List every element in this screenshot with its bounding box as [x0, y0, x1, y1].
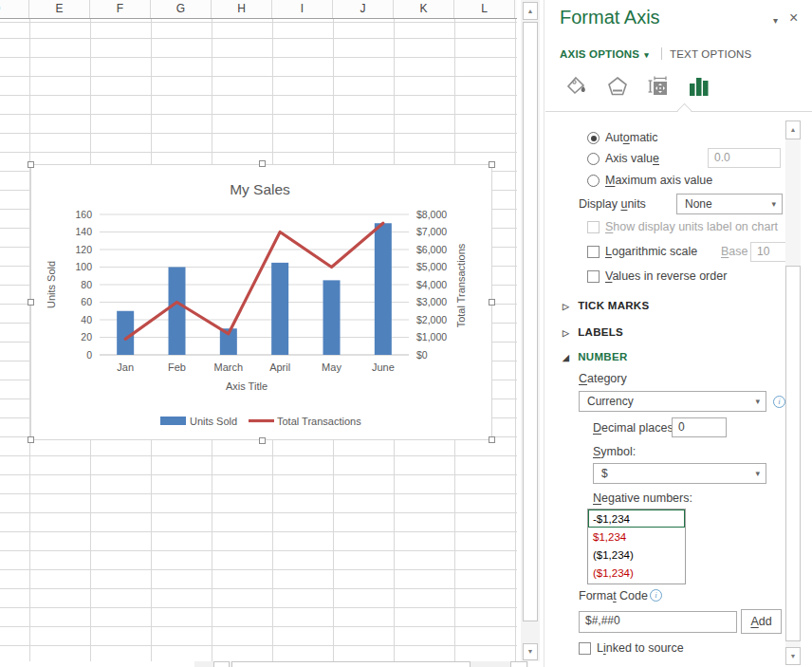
negative-format-option[interactable]: -$1,234 — [588, 510, 685, 528]
left-axis-tick: 60 — [81, 296, 92, 307]
column-header-F[interactable]: F — [90, 0, 151, 18]
right-axis-tick[interactable]: $6,000 — [416, 244, 447, 255]
x-axis-label[interactable]: Feb — [168, 361, 186, 373]
radio-maximum-label[interactable]: Maximum axis value — [605, 174, 712, 187]
column-header-G[interactable]: G — [151, 0, 212, 18]
legend-swatch-bar[interactable] — [160, 417, 186, 425]
bar-Feb[interactable] — [169, 268, 186, 356]
logarithmic-scale-checkbox[interactable] — [587, 246, 600, 258]
reverse-order-label[interactable]: Values in reverse order — [605, 269, 727, 283]
chart-resize-handle[interactable] — [489, 161, 495, 168]
right-axis-tick[interactable]: $4,000 — [416, 279, 447, 290]
scroll-up-icon[interactable]: ▲ — [785, 120, 801, 139]
display-units-dropdown[interactable]: None▾ — [676, 194, 783, 214]
right-axis-tick[interactable]: $2,000 — [416, 314, 447, 325]
base-label: Base — [721, 245, 748, 258]
right-axis-title[interactable]: Total Transactions — [455, 243, 467, 327]
axis-value-input[interactable]: 0.0 — [708, 148, 781, 168]
column-header-L[interactable]: L — [454, 0, 515, 18]
radio-maximum-axis-value[interactable] — [587, 175, 600, 187]
bar-Jan[interactable] — [117, 311, 134, 355]
axis-options-icon[interactable] — [687, 74, 711, 99]
radio-axis-value[interactable] — [587, 153, 600, 165]
left-axis-title[interactable]: Units Sold — [46, 261, 57, 308]
info-icon[interactable]: i — [773, 396, 785, 408]
x-axis-label[interactable]: May — [322, 361, 341, 373]
column-header-H[interactable]: H — [212, 0, 272, 18]
right-axis-tick[interactable]: $0 — [416, 349, 428, 361]
tab-text-options[interactable]: TEXT OPTIONS — [670, 48, 752, 60]
scroll-down-icon[interactable]: ▼ — [785, 647, 801, 665]
scroll-right-button[interactable] — [510, 661, 527, 667]
tab-axis-options[interactable]: AXIS OPTIONS▾ — [560, 48, 649, 60]
decimal-places-input[interactable]: 0 — [672, 417, 727, 437]
chart-resize-handle[interactable] — [28, 299, 34, 306]
sales-chart[interactable]: 020406080100120140160$0$1,000$2,000$3,00… — [31, 165, 491, 439]
section-number[interactable]: ◢NUMBER — [563, 351, 628, 362]
section-labels[interactable]: ▷LABELS — [563, 326, 623, 338]
chart-resize-handle[interactable] — [28, 161, 34, 168]
x-axis-label[interactable]: April — [269, 361, 290, 373]
radio-axis-value-label[interactable]: Axis value — [605, 152, 659, 165]
show-units-checkbox[interactable] — [587, 221, 600, 233]
logarithmic-scale-label[interactable]: Logarithmic scale — [605, 245, 697, 258]
scroll-left-button[interactable] — [213, 661, 230, 667]
scroll-down-icon[interactable]: ▼ — [523, 643, 538, 660]
effects-icon[interactable] — [605, 74, 630, 99]
sheet-vertical-scrollbar-thumb[interactable] — [523, 22, 538, 621]
negative-numbers-list[interactable]: -$1,234$1,234($1,234)($1,234) — [587, 509, 686, 584]
chart-resize-handle[interactable] — [489, 299, 495, 306]
column-header-I[interactable]: I — [272, 0, 333, 18]
bar-June[interactable] — [375, 223, 392, 355]
sheet-horizontal-scrollbar-thumb[interactable] — [231, 661, 471, 667]
format-axis-pane: Format Axis ▾ × AXIS OPTIONS▾ TEXT OPTIO… — [545, 0, 812, 667]
x-axis-label[interactable]: March — [214, 361, 244, 373]
negative-format-option[interactable]: ($1,234) — [588, 546, 685, 564]
radio-automatic-label[interactable]: Automatic — [605, 131, 658, 144]
linked-to-source-checkbox[interactable] — [579, 642, 591, 655]
info-icon[interactable]: i — [650, 589, 662, 602]
reverse-order-checkbox[interactable] — [587, 270, 600, 283]
right-axis-tick[interactable]: $5,000 — [416, 261, 447, 272]
x-axis-label[interactable]: June — [372, 361, 395, 373]
x-axis-label[interactable]: Jan — [117, 361, 134, 373]
legend-label[interactable]: Total Transactions — [277, 416, 361, 427]
column-header-J[interactable]: J — [333, 0, 394, 18]
close-icon[interactable]: × — [789, 9, 798, 27]
embedded-chart[interactable]: 020406080100120140160$0$1,000$2,000$3,00… — [30, 164, 492, 440]
bar-April[interactable] — [271, 263, 288, 355]
bar-May[interactable] — [323, 280, 341, 355]
section-tick-marks[interactable]: ▷TICK MARKS — [563, 300, 649, 311]
right-axis-tick[interactable]: $7,000 — [416, 226, 447, 237]
negative-format-option[interactable]: ($1,234) — [588, 564, 685, 582]
left-axis-tick: 120 — [75, 244, 92, 255]
right-axis-tick[interactable]: $8,000 — [416, 209, 447, 220]
fill-line-icon[interactable] — [564, 74, 589, 99]
chart-resize-handle[interactable] — [259, 437, 266, 444]
column-header-D[interactable]: D — [0, 0, 29, 18]
right-axis-tick[interactable]: $3,000 — [416, 296, 447, 307]
x-axis-title[interactable]: Axis Title — [226, 380, 268, 392]
column-header-K[interactable]: K — [394, 0, 454, 18]
pane-options-caret-icon[interactable]: ▾ — [773, 15, 778, 26]
negative-format-option[interactable]: $1,234 — [588, 528, 685, 546]
radio-automatic[interactable] — [587, 132, 600, 144]
format-code-input[interactable]: $#,##0 — [579, 611, 737, 633]
category-dropdown[interactable]: Currency▾ — [579, 391, 766, 412]
right-axis-tick[interactable]: $1,000 — [416, 331, 447, 343]
chart-resize-handle[interactable] — [489, 436, 495, 443]
size-properties-icon[interactable] — [646, 74, 671, 99]
legend-label[interactable]: Units Sold — [190, 416, 237, 427]
linked-to-source-label[interactable]: Linked to source — [597, 641, 684, 655]
add-button[interactable]: Add — [741, 609, 782, 634]
pane-scrollbar-thumb[interactable] — [785, 266, 801, 641]
chevron-down-icon: ▾ — [644, 50, 649, 60]
chart-resize-handle[interactable] — [28, 436, 34, 443]
scroll-up-icon[interactable]: ▲ — [523, 2, 538, 20]
line-series[interactable] — [125, 223, 383, 339]
column-header-E[interactable]: E — [29, 0, 90, 18]
chart-resize-handle[interactable] — [259, 160, 266, 167]
chart-title[interactable]: My Sales — [230, 181, 290, 197]
symbol-dropdown[interactable]: $▾ — [593, 463, 766, 484]
sheet-horizontal-scrollbar[interactable] — [194, 661, 528, 667]
